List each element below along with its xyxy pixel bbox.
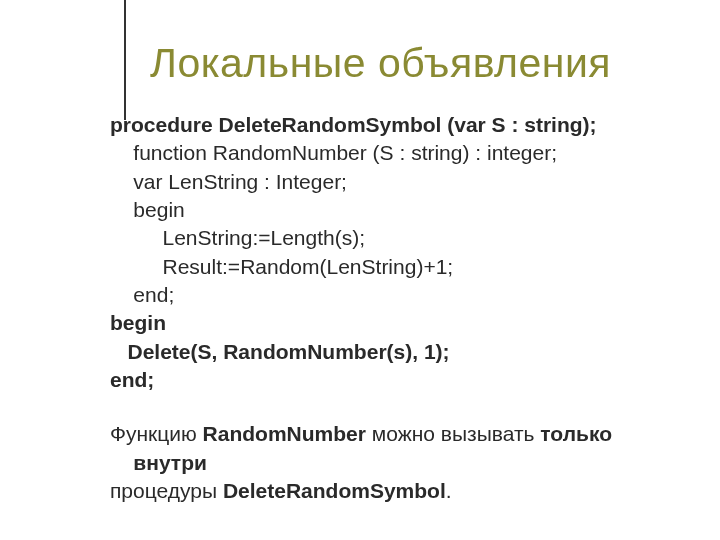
code-line-10: end;	[110, 368, 154, 391]
note-1a: Функцию	[110, 422, 203, 445]
code-line-4: begin	[110, 198, 185, 221]
slide-title: Локальные объявления	[150, 40, 680, 87]
slide: Локальные объявления procedure DeleteRan…	[0, 0, 720, 540]
code-line-3: var LenString : Integer;	[110, 170, 347, 193]
code-block: procedure DeleteRandomSymbol (var S : st…	[110, 111, 680, 394]
code-line-6: Result:=Random(LenString)+1;	[110, 255, 453, 278]
code-line-5: LenString:=Length(s);	[110, 226, 365, 249]
code-line-9: Delete(S, RandomNumber(s), 1);	[110, 340, 450, 363]
note-line-1: Функцию RandomNumber можно вызывать толь…	[110, 420, 680, 448]
note-2-indent	[110, 451, 133, 474]
code-line-7: end;	[110, 283, 174, 306]
note-3c: .	[446, 479, 452, 502]
note-block: Функцию RandomNumber можно вызывать толь…	[110, 420, 680, 505]
note-3a: процедуры	[110, 479, 223, 502]
vertical-accent-line	[124, 0, 126, 120]
note-1d: только	[540, 422, 612, 445]
note-1c: можно вызывать	[366, 422, 540, 445]
note-3b: DeleteRandomSymbol	[223, 479, 446, 502]
note-1b: RandomNumber	[203, 422, 366, 445]
note-2: внутри	[133, 451, 207, 474]
code-line-1-rest: DeleteRandomSymbol (var S : string);	[213, 113, 597, 136]
code-line-8: begin	[110, 311, 166, 334]
note-line-2: внутри	[110, 449, 680, 477]
code-line-2: function RandomNumber (S : string) : int…	[110, 141, 557, 164]
note-line-3: процедуры DeleteRandomSymbol.	[110, 477, 680, 505]
